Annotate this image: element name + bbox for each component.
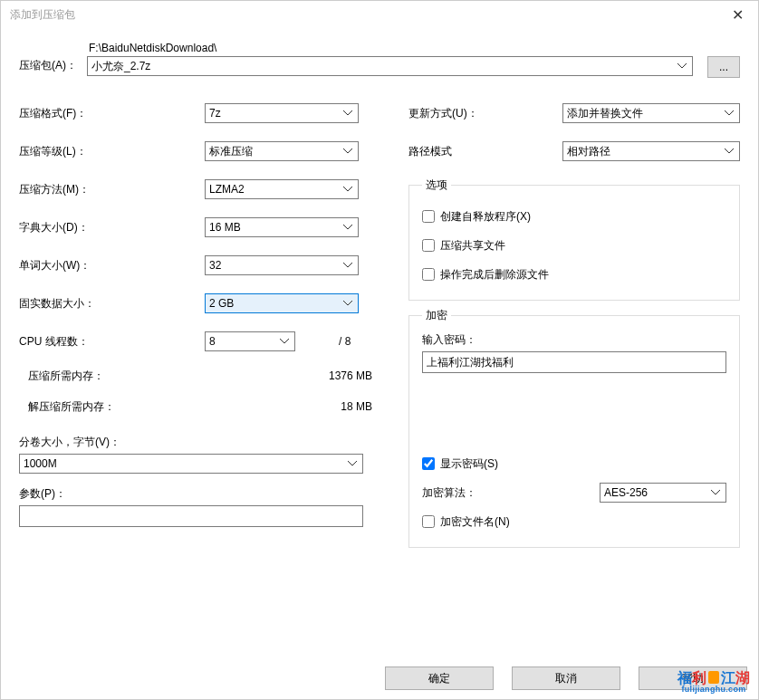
mem-compress-label: 压缩所需内存：: [19, 369, 329, 384]
format-label: 压缩格式(F)：: [19, 106, 205, 121]
solid-select[interactable]: 2 GB: [205, 293, 359, 313]
delete-label[interactable]: 操作完成后删除源文件: [440, 267, 549, 283]
pathmode-label: 路径模式: [408, 144, 562, 159]
dict-label: 字典大小(D)：: [19, 220, 205, 235]
main-grid: 压缩格式(F)： 7z 压缩等级(L)： 标准压缩 压缩方法(M)： LZMA2…: [19, 94, 740, 548]
archive-label: 压缩包(A)：: [19, 42, 87, 73]
archive-filename-input[interactable]: [87, 56, 693, 76]
window-title: 添加到压缩包: [10, 7, 726, 23]
delete-checkbox[interactable]: [422, 268, 435, 281]
archive-path-wrap: F:\BaiduNetdiskDownload\: [87, 42, 693, 76]
sfx-label[interactable]: 创建自释放程序(X): [440, 209, 531, 225]
solid-label: 固实数据大小：: [19, 296, 205, 312]
level-label: 压缩等级(L)：: [19, 144, 205, 159]
update-select[interactable]: 添加并替换文件: [562, 103, 740, 123]
options-fieldset: 选项 创建自释放程序(X) 压缩共享文件 操作完成后删除源文件: [408, 177, 740, 301]
archive-row: 压缩包(A)： F:\BaiduNetdiskDownload\ ...: [19, 42, 740, 78]
dict-select[interactable]: 16 MB: [205, 217, 359, 237]
mem-decompress-value: 18 MB: [341, 400, 381, 413]
ok-button[interactable]: 确定: [385, 666, 494, 690]
archive-path-text: F:\BaiduNetdiskDownload\: [87, 42, 693, 54]
word-label: 单词大小(W)：: [19, 258, 205, 273]
params-label: 参数(P)：: [19, 486, 381, 502]
params-input[interactable]: [19, 505, 363, 527]
sfx-checkbox[interactable]: [422, 210, 435, 223]
mem-compress-value: 1376 MB: [329, 369, 381, 382]
show-password-checkbox[interactable]: [422, 457, 435, 470]
encrypt-legend: 加密: [422, 308, 451, 323]
password-input[interactable]: [422, 351, 726, 373]
pathmode-select[interactable]: 相对路径: [562, 141, 740, 161]
options-legend: 选项: [422, 177, 451, 193]
split-label: 分卷大小，字节(V)：: [19, 435, 381, 450]
threads-label: CPU 线程数：: [19, 334, 205, 350]
left-column: 压缩格式(F)： 7z 压缩等级(L)： 标准压缩 压缩方法(M)： LZMA2…: [19, 94, 381, 548]
threads-max: / 8: [339, 335, 351, 348]
password-label: 输入密码：: [422, 332, 726, 348]
word-select[interactable]: 32: [205, 255, 359, 275]
update-label: 更新方式(U)：: [408, 106, 562, 121]
footer: 确定 取消 帮助: [1, 659, 758, 699]
encrypt-names-checkbox[interactable]: [422, 515, 435, 528]
algo-label: 加密算法：: [422, 485, 600, 501]
cancel-button[interactable]: 取消: [512, 666, 620, 690]
content-area: 压缩包(A)： F:\BaiduNetdiskDownload\ ... 压缩格…: [1, 28, 758, 659]
threads-select[interactable]: 8: [205, 331, 295, 351]
shared-checkbox[interactable]: [422, 239, 435, 252]
encrypt-fieldset: 加密 输入密码： 显示密码(S) 加密算法： AES-256 加密文件名(N): [408, 308, 740, 548]
algo-select[interactable]: AES-256: [600, 483, 726, 503]
format-select[interactable]: 7z: [205, 103, 359, 123]
close-icon[interactable]: ✕: [726, 6, 749, 24]
show-password-label[interactable]: 显示密码(S): [440, 456, 498, 472]
shared-label[interactable]: 压缩共享文件: [440, 238, 505, 254]
method-label: 压缩方法(M)：: [19, 182, 205, 197]
help-button[interactable]: 帮助: [639, 666, 747, 690]
method-select[interactable]: LZMA2: [205, 179, 359, 199]
mem-decompress-label: 解压缩所需内存：: [19, 399, 341, 415]
titlebar: 添加到压缩包 ✕: [1, 1, 758, 28]
browse-button[interactable]: ...: [707, 56, 740, 78]
right-column: 更新方式(U)： 添加并替换文件 路径模式 相对路径 选项 创建自释放程序(X): [408, 94, 740, 548]
split-select[interactable]: [19, 454, 363, 474]
level-select[interactable]: 标准压缩: [205, 141, 359, 161]
encrypt-names-label[interactable]: 加密文件名(N): [440, 514, 510, 530]
dialog-window: 添加到压缩包 ✕ 压缩包(A)： F:\BaiduNetdiskDownload…: [0, 0, 759, 700]
